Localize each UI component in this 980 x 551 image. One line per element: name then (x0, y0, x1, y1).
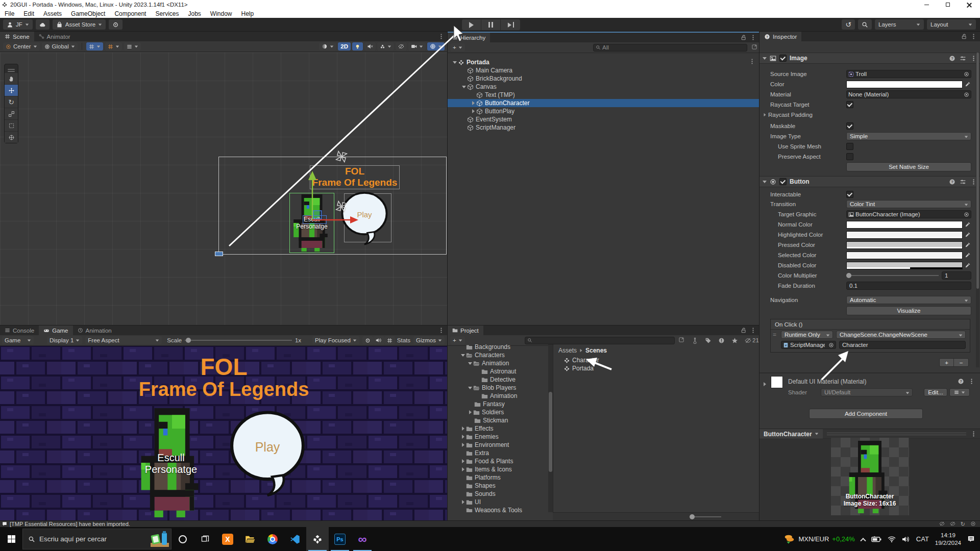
tab-hierarchy[interactable]: Hierarchy (448, 33, 490, 42)
preview-menu-icon[interactable] (970, 431, 977, 437)
preview-title-dropdown[interactable]: ButtonCharacter (760, 429, 823, 439)
folder-blob-animation[interactable]: Animation (448, 392, 548, 400)
step-button[interactable] (501, 19, 520, 30)
search-by-label-icon[interactable] (705, 337, 712, 344)
raycast-target-checkbox[interactable] (846, 101, 853, 108)
image-enabled-checkbox[interactable] (779, 55, 787, 62)
folder-soldiers[interactable]: Soldiers (448, 408, 548, 416)
game-gizmos-dropdown[interactable]: Gizmos (413, 336, 445, 344)
menu-help[interactable]: Help (237, 10, 259, 17)
asset-portada-scene[interactable]: Portada (553, 364, 760, 372)
asset-character-scene[interactable]: Character (553, 356, 760, 364)
folder-stickman[interactable]: Stickman (448, 416, 548, 424)
clock[interactable]: 14:1919/2/2024 (935, 532, 961, 546)
event-argument-field[interactable]: Character (839, 341, 966, 349)
visualize-button[interactable]: Visualize (846, 306, 971, 315)
effects-dropdown[interactable] (377, 42, 394, 51)
folder-blob-players[interactable]: Blob Players (448, 384, 548, 392)
search-window-icon[interactable] (678, 337, 684, 343)
interactable-checkbox[interactable] (846, 191, 853, 198)
ticker-widget[interactable]: MXN/EUR +0,24% (784, 534, 854, 544)
add-event-button[interactable]: + (940, 359, 954, 366)
hierarchy-item-buttonplay[interactable]: ButtonPlay (448, 107, 760, 115)
preview-drag-grip[interactable] (827, 433, 966, 435)
breadcrumb-assets[interactable]: Assets (558, 347, 577, 354)
folder-sounds[interactable]: Sounds (448, 490, 548, 498)
stats-toggle[interactable]: Stats (397, 337, 410, 343)
menu-component[interactable]: Component (110, 10, 151, 17)
hierarchy-item-main-camera[interactable]: Main Camera (448, 66, 760, 74)
folder-food-plants[interactable]: Food & Plants (448, 457, 548, 465)
folder-astronaut[interactable]: Astronaut (448, 367, 548, 375)
lock-icon[interactable] (740, 327, 747, 334)
maximize-button[interactable] (937, 0, 959, 9)
menu-services[interactable]: Services (151, 10, 183, 17)
move-gizmo[interactable] (0, 53, 448, 325)
layers-dropdown[interactable]: Layers (875, 19, 924, 30)
2d-toggle[interactable]: 2D (338, 42, 351, 51)
hierarchy-item-scriptmanager[interactable]: ScriptManager (448, 123, 760, 132)
cloud-services-button[interactable] (36, 19, 50, 30)
visual-studio-button[interactable]: ∞ (351, 527, 374, 551)
pane-menu-icon[interactable] (438, 327, 445, 334)
hierarchy-add-button[interactable]: + (450, 43, 465, 52)
folder-ui[interactable]: UI (448, 498, 548, 506)
warning-filter-icon[interactable] (718, 337, 725, 344)
color-field[interactable] (846, 81, 971, 88)
tab-project[interactable]: Project (448, 325, 483, 335)
display-dropdown[interactable]: Display 1 (47, 336, 82, 344)
file-explorer-button[interactable] (239, 527, 261, 551)
menu-gameobject[interactable]: GameObject (66, 10, 110, 17)
normal-color-field[interactable] (846, 221, 971, 229)
material-foldout[interactable] (764, 381, 766, 388)
transition-dropdown[interactable]: Color Tint (846, 200, 971, 208)
folder-enemies[interactable]: Enemies (448, 433, 548, 441)
pane-menu-icon[interactable] (438, 33, 445, 40)
ruler-snap-toggle[interactable] (124, 42, 141, 51)
settings-button[interactable] (109, 19, 122, 30)
help-icon[interactable] (949, 55, 955, 62)
event-target-field[interactable]: ScriptManager (781, 341, 836, 349)
cortana-button[interactable] (172, 527, 194, 551)
use-sprite-mesh-checkbox[interactable] (846, 143, 853, 150)
preset-icon[interactable] (960, 179, 966, 185)
folder-effects[interactable]: Effects (448, 424, 548, 433)
hierarchy-item-portada[interactable]: Portada (448, 58, 760, 66)
lighting-toggle[interactable] (352, 42, 363, 51)
breadcrumb-scenes[interactable]: Scenes (585, 347, 607, 354)
material-field[interactable]: None (Material) (846, 90, 971, 98)
vsync-toggle[interactable] (362, 336, 373, 344)
language-indicator[interactable]: CAT (916, 535, 929, 543)
cache-server-icon[interactable] (950, 521, 955, 527)
fade-duration-value[interactable]: 0.1 (846, 282, 971, 290)
folder-extra[interactable]: Extra (448, 449, 548, 457)
close-button[interactable] (959, 0, 980, 9)
set-native-size-button[interactable]: Set Native Size (846, 162, 971, 171)
grid-snap-toggle[interactable] (86, 42, 103, 51)
lock-icon[interactable] (740, 34, 747, 41)
tab-game[interactable]: Game (39, 325, 72, 335)
eyedropper-icon[interactable] (965, 222, 970, 228)
folder-backgrounds[interactable]: Backgrounds (448, 344, 548, 351)
scene-visibility-toggle[interactable] (396, 42, 407, 51)
image-type-dropdown[interactable]: Simple (846, 132, 971, 140)
hierarchy-item-text-tmp[interactable]: Text (TMP) (448, 91, 760, 99)
hierarchy-item-canvas[interactable]: Canvas (448, 83, 760, 91)
eyedropper-icon[interactable] (965, 82, 970, 87)
project-zoom-slider[interactable] (690, 516, 721, 517)
hierarchy-item-buttoncharacter[interactable]: ButtonCharacter (448, 99, 760, 107)
volume-icon[interactable] (902, 536, 910, 542)
tab-animation[interactable]: Animation (73, 325, 116, 335)
inspector-scrollbar[interactable] (976, 53, 979, 367)
menu-edit[interactable]: Edit (19, 10, 39, 17)
xampp-button[interactable]: X (216, 527, 239, 551)
color-multiplier-slider[interactable] (846, 275, 939, 276)
scene-menu-icon[interactable] (749, 58, 755, 65)
refresh-icon[interactable]: ↻ (961, 521, 965, 528)
pressed-color-field[interactable] (846, 241, 971, 249)
project-search-input[interactable] (525, 337, 675, 344)
help-icon[interactable] (949, 179, 955, 185)
gizmos-toggle[interactable] (427, 42, 445, 51)
camera-settings-dropdown[interactable] (408, 42, 426, 51)
eyedropper-icon[interactable] (965, 242, 970, 248)
